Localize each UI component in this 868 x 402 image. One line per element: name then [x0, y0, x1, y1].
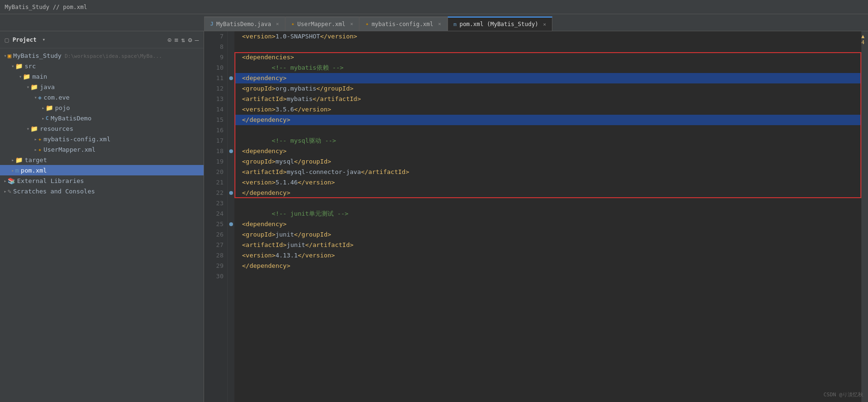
warning-count: ▲ 4 [861, 33, 867, 46]
line-numbers: 7891011121314151617181920212223242526272… [204, 31, 228, 402]
code-line-15: </dependency> [234, 115, 861, 125]
sidebar-item-scratches[interactable]: ▸✎Scratches and Consoles [0, 186, 204, 196]
sidebar-item-usermapper[interactable]: ▸✦UserMapper.xml [0, 144, 204, 155]
tree-arrow-src[interactable]: ▾ [11, 64, 14, 69]
sidebar-item-mybatisdemo[interactable]: ▸CMyBatisDemo [0, 113, 204, 123]
sidebar-item-src[interactable]: ▾📁src [0, 61, 204, 71]
code-line-24: <!-- junit单元测试 --> [234, 209, 861, 219]
minimize-icon[interactable]: — [195, 36, 199, 44]
bookmark-dot [229, 222, 233, 226]
folder-icon: 📁 [30, 83, 38, 91]
tree-item-label: target [25, 156, 47, 164]
tree-item-label: MyBatisDemo [51, 115, 92, 122]
gutter-11 [229, 73, 233, 83]
tab-mybatisconfig[interactable]: ✦mybatis-config.xml× [359, 17, 447, 31]
code-line-16 [234, 125, 861, 136]
bookmark-dot [229, 191, 233, 195]
sidebar-item-mybatis-study[interactable]: ▾▣MyBatis_Study D:\workspace\idea.space\… [0, 50, 204, 61]
tree-item-label: pojo [55, 104, 70, 111]
title-bar: MyBatis_Study // pom.xml [0, 0, 868, 14]
editor-content: 7891011121314151617181920212223242526272… [204, 31, 868, 402]
tree-item-label: UserMapper.xml [44, 146, 96, 153]
tree-arrow-usermapper[interactable]: ▸ [34, 147, 37, 152]
tab-pomxml[interactable]: mpom.xml (MyBatis_Study)× [448, 17, 552, 31]
line-num-9: 9 [204, 52, 224, 63]
line-num-8: 8 [204, 42, 224, 52]
tree-arrow-main[interactable]: ▾ [19, 74, 22, 79]
tab-usermapper[interactable]: ✦UserMapper.xml× [285, 17, 359, 31]
code-line-8 [234, 42, 861, 52]
line-num-13: 13 [204, 94, 224, 104]
line-num-10: 10 [204, 63, 224, 73]
tab-close-usermapper[interactable]: × [350, 21, 354, 27]
tree-arrow-mybatisdemo[interactable]: ▸ [42, 116, 45, 121]
sidebar-dropdown-icon[interactable]: ▾ [42, 37, 46, 43]
line-num-14: 14 [204, 104, 224, 115]
line-num-22: 22 [204, 188, 224, 198]
xml-tab-icon: ✦ [291, 21, 295, 27]
folder-icon: 📁 [15, 63, 23, 70]
tree-arrow-pomxml[interactable]: ▸ [11, 168, 14, 173]
tree-item-label: pom.xml [21, 167, 47, 174]
target-folder-icon: 📁 [15, 156, 23, 164]
tree-arrow-mybatisconfig[interactable]: ▸ [34, 137, 37, 142]
sidebar-item-pojo[interactable]: ▸📁pojo [0, 102, 204, 113]
gutter-25 [229, 219, 233, 229]
code-line-23 [234, 198, 861, 209]
tree-item-label: mybatis-config.xml [44, 136, 111, 143]
tree-arrow-mybatis-study[interactable]: ▾ [4, 53, 7, 58]
tab-label: UserMapper.xml [297, 21, 345, 27]
sidebar-item-pomxml[interactable]: ▸mpom.xml [0, 165, 204, 175]
tab-close-mybatisconfig[interactable]: × [438, 21, 441, 27]
collapse-all-icon[interactable]: ≡ [174, 36, 178, 44]
sidebar-item-external-libraries[interactable]: ▸📚External Libraries [0, 175, 204, 186]
tree-item-label: src [25, 63, 36, 70]
sidebar-item-java[interactable]: ▾📁java [0, 82, 204, 92]
editor-area: 7891011121314151617181920212223242526272… [204, 31, 868, 402]
project-folder-icon: ▣ [8, 52, 11, 59]
bookmark-dot [229, 76, 233, 80]
sidebar-item-target[interactable]: ▸📁target [0, 155, 204, 165]
tree-item-label: com.eve [44, 94, 70, 101]
tab-label: pom.xml (MyBatis_Study) [459, 21, 538, 27]
line-num-29: 29 [204, 261, 224, 271]
folder-icon: 📁 [46, 104, 53, 111]
tree-arrow-pojo[interactable]: ▸ [42, 105, 45, 110]
right-gutter: ▲ 4 [861, 31, 868, 402]
line-num-30: 30 [204, 271, 224, 282]
tree-arrow-external-libraries[interactable]: ▸ [4, 178, 7, 183]
sidebar-content[interactable]: ▾▣MyBatis_Study D:\workspace\idea.space\… [0, 48, 204, 402]
expand-icon[interactable]: ⇅ [181, 36, 185, 44]
watermark: CSDN @り淡忆秋 [823, 391, 863, 398]
title-path: MyBatis_Study // pom.xml [5, 4, 87, 10]
tab-close-pomxml[interactable]: × [543, 21, 546, 27]
package-icon: ◈ [38, 94, 42, 101]
code-line-18: <dependency> [234, 146, 861, 156]
locate-icon[interactable]: ⊙ [168, 36, 171, 44]
tab-mybatisdemo[interactable]: JMyBatisDemo.java× [204, 17, 285, 31]
line-num-16: 16 [204, 125, 224, 136]
tree-arrow-target[interactable]: ▸ [11, 157, 14, 163]
sidebar-item-mybatisconfig[interactable]: ▸✦mybatis-config.xml [0, 134, 204, 144]
sidebar-item-resources[interactable]: ▾📁resources [0, 123, 204, 134]
bookmark-dot [229, 149, 233, 153]
tree-arrow-scratches[interactable]: ▸ [4, 189, 7, 194]
line-num-28: 28 [204, 250, 224, 261]
sidebar-item-main[interactable]: ▾📁main [0, 71, 204, 82]
code-line-17: <!-- mysql驱动 --> [234, 136, 861, 146]
sidebar-item-com-eve[interactable]: ▾◈com.eve [0, 92, 204, 102]
java-tab-icon: J [210, 21, 214, 27]
tree-arrow-java[interactable]: ▾ [27, 84, 29, 90]
code-line-20: <artifactId>mysql-connector-java</artifa… [234, 167, 861, 177]
line-num-25: 25 [204, 219, 224, 229]
library-icon: 📚 [8, 177, 15, 184]
tree-arrow-com-eve[interactable]: ▾ [34, 95, 37, 100]
tree-arrow-resources[interactable]: ▾ [27, 126, 29, 131]
scratches-icon: ✎ [8, 188, 11, 195]
settings-icon[interactable]: ⚙ [188, 36, 192, 44]
code-line-10: <!-- mybatis依赖 --> [234, 63, 861, 73]
tab-close-mybatisdemo[interactable]: × [276, 21, 279, 27]
line-num-24: 24 [204, 209, 224, 219]
gutter [228, 31, 234, 402]
code-area[interactable]: <version>1.0-SNAPSHOT</version> <depende… [234, 31, 861, 402]
